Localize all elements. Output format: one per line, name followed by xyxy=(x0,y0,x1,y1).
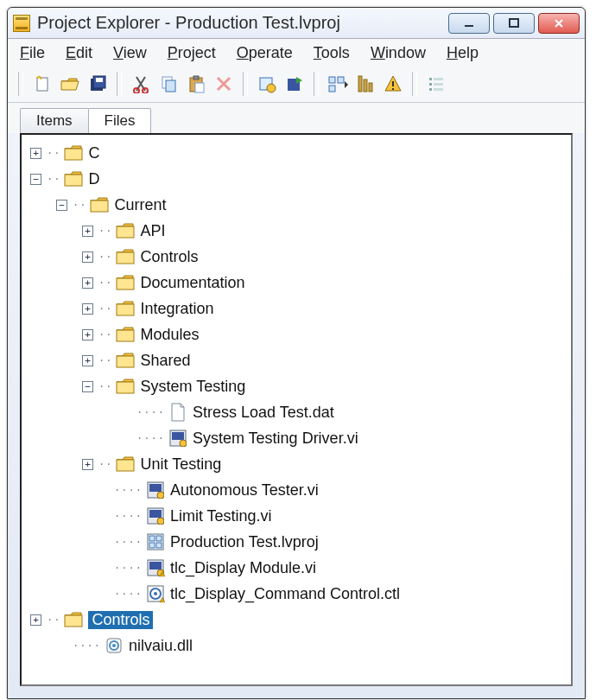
collapse-toggle[interactable]: − xyxy=(82,381,93,392)
arrange-icon xyxy=(327,74,348,93)
collapse-toggle[interactable]: − xyxy=(30,174,41,185)
menu-file[interactable]: File xyxy=(20,44,45,62)
tree-node-d[interactable]: − ·· D xyxy=(25,166,567,192)
node-label: API xyxy=(140,222,165,240)
file-tree-panel[interactable]: + ·· C − ·· D − ·· Current xyxy=(20,133,573,686)
deploy-icon xyxy=(285,74,304,93)
tree-node-limit-testing[interactable]: ···· Limit Testing.vi xyxy=(25,503,567,529)
expand-toggle[interactable]: + xyxy=(82,226,93,237)
menu-operate[interactable]: Operate xyxy=(237,44,293,62)
toolbar-separator xyxy=(412,72,417,96)
tab-items[interactable]: Items xyxy=(20,108,89,133)
tree-node-display-module[interactable]: ···· tlc_Display Module.vi xyxy=(25,555,567,581)
tree-node-stress-dat[interactable]: ···· Stress Load Test.dat xyxy=(25,399,567,425)
tree-node-system-driver-vi[interactable]: ···· System Testing Driver.vi xyxy=(25,425,567,451)
tree-node-system-testing[interactable]: −·· System Testing xyxy=(25,373,567,399)
svg-rect-17 xyxy=(338,77,344,83)
tree-node-documentation[interactable]: +·· Documentation xyxy=(25,270,567,296)
window-controls xyxy=(448,13,580,34)
tree-node-modules[interactable]: +·· Modules xyxy=(25,321,567,347)
tree-node-shared[interactable]: +·· Shared xyxy=(25,347,567,373)
tree-node-c[interactable]: + ·· C xyxy=(25,140,567,166)
expand-toggle[interactable]: + xyxy=(30,148,41,159)
menu-tools[interactable]: Tools xyxy=(314,44,350,62)
maximize-icon xyxy=(508,17,520,29)
expand-toggle[interactable]: + xyxy=(82,355,93,366)
folder-icon xyxy=(116,378,135,395)
arrange-button[interactable] xyxy=(324,71,352,97)
deploy-button[interactable] xyxy=(281,71,308,97)
run-button[interactable] xyxy=(253,71,281,97)
folder-icon xyxy=(64,611,83,628)
open-button[interactable] xyxy=(56,71,84,97)
tree-node-display-command-ctl[interactable]: ···· tlc_Display_Command Control.ctl xyxy=(25,581,567,607)
folder-icon xyxy=(116,455,135,473)
expand-toggle[interactable]: + xyxy=(82,329,93,340)
svg-rect-0 xyxy=(465,25,473,27)
labview-app-icon xyxy=(13,15,30,32)
tree-node-production-project[interactable]: ···· Production Test.lvproj xyxy=(25,529,567,555)
node-label: Modules xyxy=(140,326,199,344)
tree-node-autonomous-tester[interactable]: ···· Autonomous Tester.vi xyxy=(25,477,567,503)
tab-files[interactable]: Files xyxy=(88,108,152,133)
filter-button[interactable] xyxy=(352,71,379,97)
svg-rect-25 xyxy=(434,78,443,80)
delete-button[interactable] xyxy=(210,71,238,97)
svg-rect-1 xyxy=(510,19,518,27)
tree-node-unit-testing[interactable]: +·· Unit Testing xyxy=(25,451,567,477)
tree-node-api[interactable]: +·· API xyxy=(25,218,567,244)
warnings-button[interactable] xyxy=(379,71,407,97)
maximize-button[interactable] xyxy=(493,13,535,34)
node-label: Documentation xyxy=(140,274,244,292)
tree-node-controls-root[interactable]: +·· Controls xyxy=(25,607,567,633)
expand-toggle[interactable]: + xyxy=(82,459,93,470)
paste-button[interactable] xyxy=(182,71,210,97)
tree-node-controls[interactable]: +·· Controls xyxy=(25,244,567,270)
menu-project[interactable]: Project xyxy=(168,44,216,62)
node-label: Integration xyxy=(140,300,213,318)
minimize-button[interactable] xyxy=(448,13,490,34)
folder-icon xyxy=(116,248,135,265)
close-button[interactable] xyxy=(538,13,580,34)
toolbar xyxy=(8,67,585,103)
menubar: File Edit View Project Operate Tools Win… xyxy=(8,39,585,67)
tree-node-current[interactable]: − ·· Current xyxy=(25,192,567,218)
open-folder-icon xyxy=(60,74,80,93)
vi-icon xyxy=(146,507,165,525)
toolbar-separator xyxy=(117,72,122,96)
expand-toggle[interactable]: + xyxy=(82,251,93,263)
folder-icon xyxy=(64,144,83,162)
node-label: Stress Load Test.dat xyxy=(193,404,334,422)
folder-icon xyxy=(116,274,135,291)
menu-window[interactable]: Window xyxy=(371,44,426,62)
node-label-selected: Controls xyxy=(88,611,153,629)
tree-node-integration[interactable]: +·· Integration xyxy=(25,296,567,321)
folder-icon xyxy=(64,170,83,188)
menu-view[interactable]: View xyxy=(113,44,147,62)
tree-node-nilvaiu-dll[interactable]: ···· nilvaiu.dll xyxy=(25,633,567,659)
node-label: D xyxy=(88,170,99,188)
svg-rect-18 xyxy=(329,86,335,92)
list-button[interactable] xyxy=(422,71,450,97)
expand-toggle[interactable]: + xyxy=(82,303,93,315)
svg-rect-27 xyxy=(434,83,443,86)
menu-help[interactable]: Help xyxy=(447,44,479,62)
toolbar-separator xyxy=(243,72,248,96)
expand-toggle[interactable]: + xyxy=(82,277,93,289)
expand-toggle[interactable]: + xyxy=(30,614,41,626)
svg-rect-26 xyxy=(429,83,432,86)
toolbar-separator xyxy=(18,72,23,96)
menu-edit[interactable]: Edit xyxy=(66,44,92,62)
new-button[interactable] xyxy=(29,71,56,97)
collapse-toggle[interactable]: − xyxy=(56,200,67,211)
delete-x-icon xyxy=(215,75,232,92)
save-all-button[interactable] xyxy=(84,71,111,97)
copy-button[interactable] xyxy=(155,71,182,97)
node-label: tlc_Display Module.vi xyxy=(170,559,316,577)
cut-button[interactable] xyxy=(127,71,155,97)
tree-connector: ·· xyxy=(47,147,60,159)
node-label: System Testing Driver.vi xyxy=(193,430,358,448)
paste-icon xyxy=(187,74,206,93)
copy-icon xyxy=(159,74,178,93)
svg-rect-22 xyxy=(392,81,394,86)
